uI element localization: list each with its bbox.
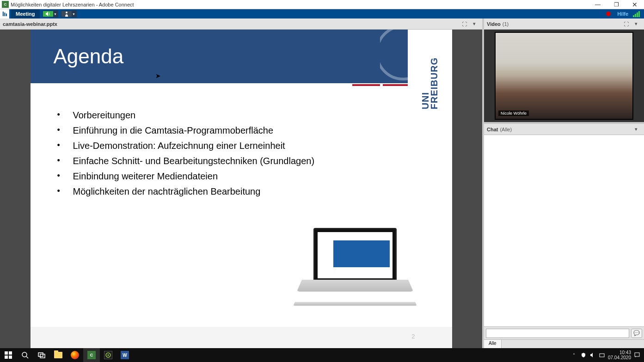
agenda-item: Einführung in die Camtasia-Programmoberf… [57, 125, 434, 136]
slide-footer [31, 327, 452, 348]
speaker-toggle[interactable]: ▼ [43, 10, 58, 18]
video-pod-title: Video [487, 21, 501, 27]
agenda-item: Live-Demonstration: Aufzeichnung einer L… [57, 141, 434, 151]
start-button[interactable] [0, 348, 17, 362]
share-pod: camtasia-webinar.pptx ⛶ ▾ Agenda ➤ UNI F… [0, 18, 484, 348]
adobe-connect-toolbar: Meeting ▼ ▼ Hilfe [0, 9, 644, 18]
chat-scope: (Alle) [500, 127, 512, 132]
tray-volume-icon[interactable] [589, 352, 596, 358]
window-close-button[interactable]: ✕ [626, 0, 644, 9]
firefox-icon [71, 351, 79, 359]
video-options-button[interactable]: ▾ [631, 20, 641, 28]
taskbar-app-firefox[interactable] [67, 348, 83, 362]
meeting-menu-label: Meeting [16, 11, 35, 17]
svg-point-3 [66, 12, 67, 13]
video-pod-header: Video (1) ⛶ ▾ [484, 18, 644, 30]
adobe-connect-icon: C [87, 351, 96, 359]
svg-rect-1 [4, 12, 5, 16]
svg-rect-15 [635, 353, 639, 356]
video-presenter-label: Nicole Wöhrle [498, 110, 529, 116]
window-minimize-button[interactable]: — [589, 0, 607, 9]
connection-strength-icon[interactable] [633, 11, 640, 17]
svg-point-8 [22, 352, 27, 357]
task-view-button[interactable] [33, 348, 50, 362]
share-filename: camtasia-webinar.pptx [3, 21, 57, 27]
action-center-icon[interactable] [634, 352, 640, 358]
video-count: (1) [503, 21, 509, 27]
chat-send-button[interactable]: 💬 [631, 329, 642, 338]
svg-rect-6 [5, 356, 8, 359]
system-tray: ˄ 10:43 07.04.2020 [567, 350, 644, 360]
share-body: Agenda ➤ UNI FREIBURG Vorbereitungen Ein… [0, 30, 482, 348]
slide-page-number: 2 [411, 333, 415, 340]
meeting-menu[interactable]: Meeting [11, 9, 40, 18]
taskbar-clock[interactable]: 10:43 07.04.2020 [608, 350, 631, 360]
svg-rect-0 [3, 12, 4, 16]
chat-options-button[interactable]: ▾ [631, 125, 641, 134]
laptop-illustration-icon [295, 228, 415, 316]
taskbar-date: 07.04.2020 [608, 355, 631, 360]
chat-messages-area[interactable] [484, 135, 644, 326]
video-fullscreen-button[interactable]: ⛶ [621, 20, 631, 28]
word-icon: W [121, 351, 129, 359]
video-feed[interactable]: Nicole Wöhrle [495, 32, 633, 120]
tray-security-icon[interactable] [580, 352, 587, 358]
chat-tab-all[interactable]: Alle [484, 340, 502, 348]
slide-body: Vorbereitungen Einführung in die Camtasi… [31, 83, 452, 197]
folder-icon [54, 352, 62, 358]
svg-point-13 [107, 354, 109, 356]
slide-title-bar: Agenda ➤ [31, 30, 452, 83]
speaker-icon [43, 11, 53, 17]
tray-network-icon[interactable] [599, 352, 605, 358]
taskbar-app-explorer[interactable] [50, 348, 67, 362]
chat-input-row: 💬 [484, 326, 644, 339]
svg-rect-2 [6, 13, 7, 16]
recording-indicator-icon [606, 12, 611, 16]
agenda-list: Vorbereitungen Einführung in die Camtasi… [57, 110, 434, 197]
presentation-slide: Agenda ➤ UNI FREIBURG Vorbereitungen Ein… [31, 30, 452, 348]
help-link[interactable]: Hilfe [617, 11, 628, 17]
adobe-connect-logo-icon [0, 9, 9, 18]
share-options-button[interactable]: ▾ [469, 20, 479, 28]
svg-rect-14 [600, 354, 604, 357]
agenda-item: Einfache Schnitt- und Bearbeitungstechni… [57, 156, 434, 166]
status-dropdown-icon[interactable]: ▼ [72, 11, 76, 17]
cursor-icon: ➤ [155, 72, 161, 80]
search-button[interactable] [17, 348, 33, 362]
svg-rect-11 [40, 354, 45, 358]
share-fullscreen-button[interactable]: ⛶ [459, 20, 469, 28]
agenda-item: Einbindung weiterer Mediendateien [57, 171, 434, 182]
taskbar-app-camtasia[interactable] [100, 348, 117, 362]
camtasia-icon [104, 351, 112, 359]
video-pod: Video (1) ⛶ ▾ Nicole Wöhrle [484, 18, 644, 124]
agenda-item: Möglichkeiten der nachträglichen Bearbei… [57, 186, 434, 197]
tray-overflow-icon[interactable]: ˄ [571, 352, 577, 358]
chat-pod-title: Chat [487, 127, 498, 132]
taskbar-time: 10:43 [608, 350, 631, 355]
slide-title: Agenda [54, 45, 124, 68]
chat-tabs: Alle [484, 339, 644, 348]
svg-rect-4 [5, 351, 8, 355]
svg-rect-5 [9, 351, 12, 355]
set-status-button[interactable]: ▼ [61, 10, 77, 18]
chat-pod: Chat (Alle) ▾ 💬 Alle [484, 124, 644, 348]
svg-line-9 [26, 356, 28, 358]
taskbar-app-adobe-connect[interactable]: C [83, 348, 100, 362]
windows-taskbar: C W ˄ 10:43 07.04.2020 [0, 348, 644, 362]
taskbar-app-word[interactable]: W [117, 348, 133, 362]
chat-input[interactable] [486, 329, 629, 338]
raise-hand-icon [61, 11, 72, 17]
agenda-item: Vorbereitungen [57, 110, 434, 121]
speaker-dropdown-icon[interactable]: ▼ [53, 11, 58, 17]
share-pod-header: camtasia-webinar.pptx ⛶ ▾ [0, 18, 482, 30]
window-maximize-button[interactable]: ❐ [607, 0, 626, 9]
svg-rect-7 [9, 356, 12, 359]
video-body: Nicole Wöhrle [484, 30, 644, 122]
window-titlebar: C Möglichkeiten digitaler Lehrszenarien … [0, 0, 644, 9]
svg-rect-10 [38, 353, 43, 356]
app-icon: C [2, 1, 9, 8]
chat-pod-header: Chat (Alle) ▾ [484, 124, 644, 135]
window-title: Möglichkeiten digitaler Lehrszenarien - … [11, 2, 134, 7]
